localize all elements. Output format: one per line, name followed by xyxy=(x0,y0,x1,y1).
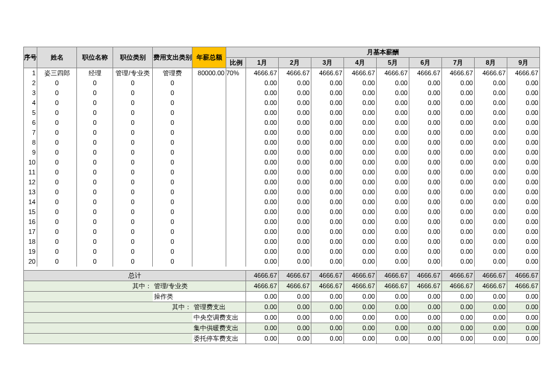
table-header: 序号 姓名 职位名称 职位类别 费用支出类别 年薪总额 月基本薪酬 比例 1月 … xyxy=(24,47,540,68)
cat1-label: 管理/专业类 xyxy=(153,281,246,292)
total-m2: 4666.67 xyxy=(279,271,311,281)
table-row: 1800000.000.000.000.000.000.000.000.000.… xyxy=(24,237,540,247)
hdr-m1: 1月 xyxy=(246,58,279,68)
table-row: 1100000.000.000.000.000.000.000.000.000.… xyxy=(24,167,540,177)
sub2-label: 中央空调费支出 xyxy=(192,313,246,323)
table-row: 1300000.000.000.000.000.000.000.000.000.… xyxy=(24,187,540,197)
total-m7: 4666.67 xyxy=(442,271,475,281)
total-m1: 4666.67 xyxy=(246,271,279,281)
total-m4: 4666.67 xyxy=(344,271,377,281)
sub3-label: 集中供暖费支出 xyxy=(192,323,246,334)
hdr-monthgroup: 月基本薪酬 xyxy=(226,47,540,58)
hdr-m4: 4月 xyxy=(344,58,377,68)
table-row: 1700000.000.000.000.000.000.000.000.000.… xyxy=(24,227,540,237)
cat2-label: 操作类 xyxy=(153,292,246,302)
row-sub4: 委托停车费支出 0.00 0.00 0.00 0.00 0.00 0.00 0.… xyxy=(24,334,540,344)
table-row: 800000.000.000.000.000.000.000.000.000.0… xyxy=(24,138,540,148)
table-row: 1400000.000.000.000.000.000.000.000.000.… xyxy=(24,197,540,207)
hdr-postype: 职位类别 xyxy=(113,47,153,68)
qizhong-label-2: 其中： xyxy=(153,302,192,313)
total-label: 总计 xyxy=(24,271,246,281)
hdr-name: 姓名 xyxy=(37,47,77,68)
total-m8: 4666.67 xyxy=(475,271,507,281)
table-row: 1姿三四郎经理管理/专业类管理费80000.0070%4666.674666.6… xyxy=(24,68,540,79)
salary-table: 序号 姓名 职位名称 职位类别 费用支出类别 年薪总额 月基本薪酬 比例 1月 … xyxy=(23,47,540,344)
hdr-m2: 2月 xyxy=(279,58,311,68)
row-sub1: 其中： 管理费支出 0.00 0.00 0.00 0.00 0.00 0.00 … xyxy=(24,302,540,313)
hdr-m5: 5月 xyxy=(377,58,409,68)
hdr-m8: 8月 xyxy=(475,58,507,68)
total-m6: 4666.67 xyxy=(409,271,442,281)
hdr-exptype: 费用支出类别 xyxy=(153,47,192,68)
row-cat2: 操作类 0.00 0.00 0.00 0.00 0.00 0.00 0.00 0… xyxy=(24,292,540,302)
total-m5: 4666.67 xyxy=(377,271,409,281)
total-m9: 4666.67 xyxy=(507,271,540,281)
table-row: 600000.000.000.000.000.000.000.000.000.0… xyxy=(24,118,540,128)
hdr-m6: 6月 xyxy=(409,58,442,68)
hdr-yeartotal: 年薪总额 xyxy=(192,47,226,68)
hdr-seq: 序号 xyxy=(24,47,37,68)
row-total: 总计 4666.67 4666.67 4666.67 4666.67 4666.… xyxy=(24,271,540,281)
row-sub2: 中央空调费支出 0.00 0.00 0.00 0.00 0.00 0.00 0.… xyxy=(24,313,540,323)
table-row: 900000.000.000.000.000.000.000.000.000.0… xyxy=(24,148,540,158)
table-row: 300000.000.000.000.000.000.000.000.000.0… xyxy=(24,88,540,98)
qizhong-label-1: 其中： xyxy=(24,281,153,292)
table-row: 1900000.000.000.000.000.000.000.000.000.… xyxy=(24,247,540,257)
table-row: 2000000.000.000.000.000.000.000.000.000.… xyxy=(24,257,540,267)
table-row: 700000.000.000.000.000.000.000.000.000.0… xyxy=(24,128,540,138)
table-row: 1500000.000.000.000.000.000.000.000.000.… xyxy=(24,207,540,217)
table-row: 400000.000.000.000.000.000.000.000.000.0… xyxy=(24,98,540,108)
sub1-label: 管理费支出 xyxy=(192,302,246,313)
sub4-label: 委托停车费支出 xyxy=(192,334,246,344)
total-m3: 4666.67 xyxy=(311,271,344,281)
table-row: 1000000.000.000.000.000.000.000.000.000.… xyxy=(24,158,540,167)
hdr-m9: 9月 xyxy=(507,58,540,68)
hdr-m7: 7月 xyxy=(442,58,475,68)
table-row: 200000.000.000.000.000.000.000.000.000.0… xyxy=(24,78,540,88)
table-row: 1200000.000.000.000.000.000.000.000.000.… xyxy=(24,177,540,187)
hdr-ratio: 比例 xyxy=(226,58,246,68)
table-summary: 总计 4666.67 4666.67 4666.67 4666.67 4666.… xyxy=(24,267,540,344)
row-sub3: 集中供暖费支出 0.00 0.00 0.00 0.00 0.00 0.00 0.… xyxy=(24,323,540,334)
hdr-posname: 职位名称 xyxy=(77,47,113,68)
table-row: 500000.000.000.000.000.000.000.000.000.0… xyxy=(24,108,540,118)
table-row: 1600000.000.000.000.000.000.000.000.000.… xyxy=(24,217,540,227)
table-body: 1姿三四郎经理管理/专业类管理费80000.0070%4666.674666.6… xyxy=(24,68,540,267)
hdr-m3: 3月 xyxy=(311,58,344,68)
row-cat1: 其中： 管理/专业类 4666.67 4666.67 4666.67 4666.… xyxy=(24,281,540,292)
